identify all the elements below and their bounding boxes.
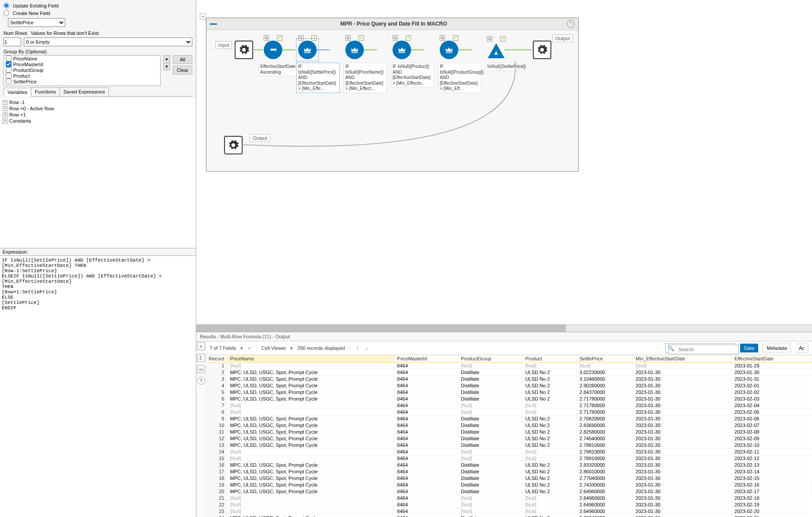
table-cell[interactable]: 2.72940000 (576, 515, 632, 517)
table-cell[interactable]: MPC, ULSD, USGC, Spot, Prompt Cycle (227, 382, 394, 389)
table-cell[interactable]: 7 (206, 402, 227, 409)
table-cell[interactable]: 8464 (394, 462, 458, 468)
table-cell[interactable]: Distillate (458, 382, 523, 389)
radio-update-field[interactable] (4, 3, 9, 8)
table-cell[interactable]: 2023-01-30 (633, 475, 732, 482)
macro-toggle-icon[interactable]: − (200, 13, 206, 19)
table-cell[interactable]: 2023-01-30 (633, 376, 732, 382)
table-cell[interactable]: 2 (206, 369, 227, 376)
table-row[interactable]: 12MPC, ULSD, USGC, Spot, Prompt Cycle846… (206, 435, 812, 442)
table-cell[interactable]: 8464 (394, 482, 458, 488)
table-cell[interactable]: 2.70620000 (576, 416, 632, 422)
table-cell[interactable]: 3 (206, 376, 227, 382)
table-cell[interactable]: MPC, ULSD, USGC, Spot, Prompt Cycle (227, 475, 394, 482)
table-cell[interactable]: 8464 (394, 396, 458, 402)
table-row[interactable]: 20MPC, ULSD, USGC, Spot, Prompt Cycle846… (206, 488, 812, 495)
expand-icon[interactable]: + (3, 112, 7, 117)
table-cell[interactable]: 2023-02-08 (732, 429, 812, 435)
table-cell[interactable]: Distillate (458, 435, 523, 442)
table-cell[interactable]: [Null] (227, 449, 394, 455)
table-cell[interactable]: 2023-02-15 (732, 475, 812, 482)
table-cell[interactable]: 22 (206, 502, 227, 508)
table-cell[interactable]: [Null] (227, 455, 394, 462)
table-row[interactable]: 5MPC, ULSD, USGC, Spot, Prompt Cycle8464… (206, 389, 812, 396)
table-row[interactable]: 9MPC, ULSD, USGC, Spot, Prompt Cycle8464… (206, 416, 812, 422)
tree-node[interactable]: Row +0 - Active Row (9, 106, 54, 111)
field-select[interactable]: SettlePrice (8, 18, 65, 27)
values-not-exist-select[interactable]: 0 or Empty (24, 37, 192, 46)
macro-output-tool-2[interactable] (224, 136, 243, 154)
table-row[interactable]: 24MPC, ULSD, USGC, Spot, Prompt Cycle846… (206, 515, 812, 517)
table-cell[interactable]: 18 (206, 475, 227, 482)
table-cell[interactable]: [Null] (458, 363, 523, 369)
table-cell[interactable]: 8464 (394, 409, 458, 416)
tree-node[interactable]: Constants (9, 118, 31, 124)
table-cell[interactable]: 2023-02-01 (732, 382, 812, 389)
table-cell[interactable]: MPC, ULSD, USGC, Spot, Prompt Cycle (227, 468, 394, 475)
table-cell[interactable]: Distillate (458, 462, 523, 468)
table-cell[interactable]: 2.64960000 (576, 495, 632, 502)
table-cell[interactable]: 2.84370000 (576, 389, 632, 396)
table-cell[interactable]: 2.64960000 (576, 488, 632, 495)
table-cell[interactable]: 2023-02-05 (732, 409, 812, 416)
table-cell[interactable]: Distillate (458, 475, 523, 482)
table-cell[interactable]: [Null] (633, 363, 732, 369)
table-cell[interactable]: 2023-01-30 (633, 482, 732, 488)
move-down-button[interactable]: ▼ (163, 63, 170, 70)
column-header[interactable]: Product (522, 355, 576, 363)
table-cell[interactable]: MPC, ULSD, USGC, Spot, Prompt Cycle (227, 429, 394, 435)
table-cell[interactable]: MPC, ULSD, USGC, Spot, Prompt Cycle (227, 488, 394, 495)
table-cell[interactable]: 2023-01-30 (633, 435, 732, 442)
table-cell[interactable]: ULSD No 2 (522, 482, 576, 488)
sort-tool[interactable]: Q ⚡ ••• (264, 41, 282, 59)
table-cell[interactable]: 2.86010000 (576, 468, 632, 475)
table-cell[interactable]: 2.82580000 (576, 429, 632, 435)
table-cell[interactable]: 16 (206, 462, 227, 468)
variables-tree[interactable]: +Row -1 +Row +0 - Active Row +Row +1 +Co… (0, 98, 196, 248)
table-cell[interactable]: 2023-02-18 (732, 495, 812, 502)
table-row[interactable]: 6MPC, ULSD, USGC, Spot, Prompt Cycle8464… (206, 396, 812, 402)
table-cell[interactable]: Distillate (458, 422, 523, 429)
results-grid[interactable]: RecordPriceNamePriceMasterIdProductGroup… (206, 355, 812, 517)
table-cell[interactable]: ULSD No 2 (522, 416, 576, 422)
table-cell[interactable]: ULSD No 2 (522, 396, 576, 402)
table-cell[interactable]: 2023-02-11 (732, 449, 812, 455)
table-cell[interactable]: ULSD No 2 (522, 515, 576, 517)
table-cell[interactable]: MPC, ULSD, USGC, Spot, Prompt Cycle (227, 442, 394, 449)
table-cell[interactable]: 2023-01-29 (732, 363, 812, 369)
table-cell[interactable]: 3.02230000 (576, 369, 632, 376)
table-cell[interactable]: [Null] (576, 363, 632, 369)
table-cell[interactable]: 8464 (394, 363, 458, 369)
table-cell[interactable]: 2023-01-30 (633, 495, 732, 502)
table-cell[interactable]: 2023-01-30 (633, 455, 732, 462)
macro-input-tool[interactable] (235, 41, 253, 59)
workflow-canvas[interactable]: − MPR - Price Query and Date Fill In MAC… (196, 0, 812, 324)
table-cell[interactable]: [Null] (227, 409, 394, 416)
table-cell[interactable]: ULSD No 2 (522, 475, 576, 482)
table-cell[interactable]: 2.71780000 (576, 396, 632, 402)
move-up-button[interactable]: ▲ (163, 55, 170, 62)
table-cell[interactable]: 2023-01-30 (633, 462, 732, 468)
table-cell[interactable]: Distillate (458, 515, 523, 517)
collapse-icon[interactable]: ⌃ (567, 20, 575, 28)
table-cell[interactable]: [Null] (458, 449, 523, 455)
table-cell[interactable]: [Null] (522, 402, 576, 409)
table-cell[interactable]: 2023-01-30 (633, 416, 732, 422)
column-header[interactable]: SettlePrice (576, 355, 632, 363)
table-row[interactable]: 11MPC, ULSD, USGC, Spot, Prompt Cycle846… (206, 429, 812, 435)
table-cell[interactable]: [Null] (522, 508, 576, 515)
macro-output-tool[interactable] (533, 41, 551, 59)
table-cell[interactable]: 2023-01-31 (732, 376, 812, 382)
table-row[interactable]: 4MPC, ULSD, USGC, Spot, Prompt Cycle8464… (206, 382, 812, 389)
table-cell[interactable]: 2023-02-19 (732, 502, 812, 508)
multirow-tool-1[interactable]: Q ⚡ (298, 41, 317, 59)
arrow-down-icon[interactable]: ↓ (364, 345, 369, 352)
table-cell[interactable]: 8464 (394, 389, 458, 396)
table-cell[interactable]: [Null] (227, 363, 394, 369)
table-cell[interactable]: 2.71780000 (576, 402, 632, 409)
table-cell[interactable]: 8464 (394, 429, 458, 435)
table-row[interactable]: 3MPC, ULSD, USGC, Spot, Prompt Cycle8464… (206, 376, 812, 382)
table-cell[interactable]: [Null] (522, 502, 576, 508)
table-cell[interactable]: 2.77040000 (576, 475, 632, 482)
expression-editor[interactable]: IF IsNull([SettlePrice]) AND [EffectiveS… (0, 255, 196, 517)
